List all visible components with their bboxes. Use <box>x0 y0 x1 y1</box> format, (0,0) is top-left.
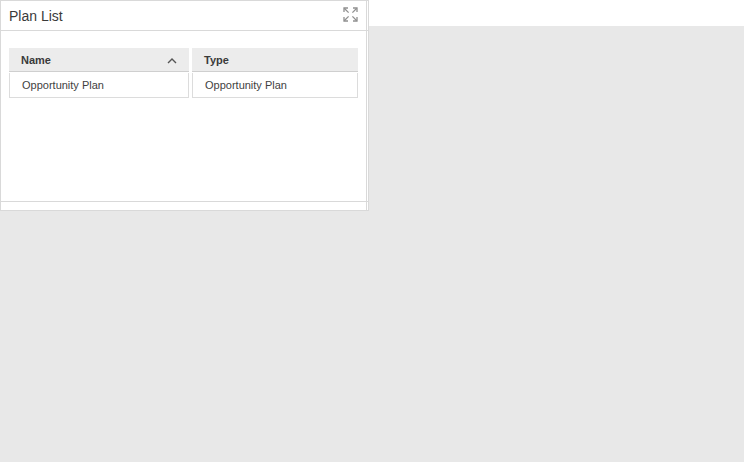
column-header-type[interactable]: Type <box>192 48 358 72</box>
panel-header: Plan List <box>1 1 366 31</box>
expand-button[interactable] <box>342 8 358 24</box>
sort-ascending-icon <box>167 48 177 72</box>
plan-table-header-row: Name Type <box>9 48 358 72</box>
panel-title: Plan List <box>9 8 63 24</box>
column-header-name[interactable]: Name <box>9 48 189 72</box>
panel-plan-list: Plan List Name Type <box>0 0 367 202</box>
plan-table: Name Type Opportunity Plan Opportunity P… <box>9 48 358 98</box>
column-header-label: Name <box>21 48 51 72</box>
plan-type-cell[interactable]: Opportunity Plan <box>192 73 358 98</box>
expand-icon <box>343 7 358 25</box>
table-row[interactable]: Opportunity Plan Opportunity Plan <box>9 73 358 98</box>
column-header-label: Type <box>204 48 229 72</box>
plan-name-cell[interactable]: Opportunity Plan <box>9 73 189 98</box>
